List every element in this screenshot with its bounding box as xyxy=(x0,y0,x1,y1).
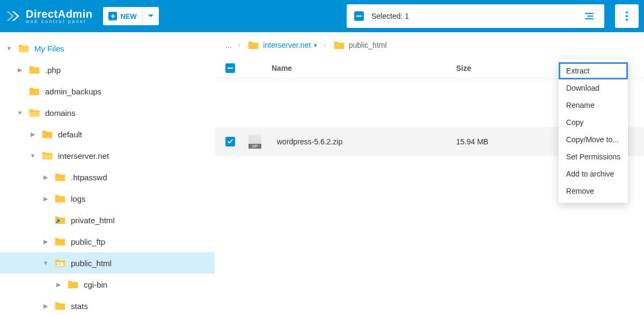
breadcrumb-label: public_html xyxy=(349,41,387,49)
menu-item-download[interactable]: Download xyxy=(559,79,628,97)
menu-item-rename[interactable]: Rename xyxy=(559,97,628,114)
new-button-label: NEW xyxy=(120,12,136,20)
tree-root[interactable]: ▼ My Files xyxy=(0,38,215,59)
folder-icon xyxy=(28,86,41,97)
tree-item-label: .php xyxy=(45,65,61,75)
breadcrumb-label: interserver.net xyxy=(263,41,311,49)
tree-item-label: logs xyxy=(71,194,86,203)
tree-item-label: default xyxy=(58,130,82,139)
tree-item-default[interactable]: ▶default xyxy=(0,123,215,145)
row-checkbox[interactable] xyxy=(225,137,235,146)
folder-icon xyxy=(41,129,54,140)
brand-subtitle: web control panel xyxy=(26,19,92,24)
menu-item-add-to-archive[interactable]: Add to archive xyxy=(559,165,628,182)
tree-item--htpasswd[interactable]: ▶.htpasswd xyxy=(0,166,215,188)
tree-item-label: interserver.net xyxy=(58,151,109,160)
column-header-size[interactable]: Size xyxy=(456,64,564,72)
folder-icon xyxy=(54,172,67,182)
tree-item-admin-backups[interactable]: admin_backups xyxy=(0,80,215,102)
tree-item-public-ftp[interactable]: ▶public_ftp xyxy=(0,231,215,252)
tree-item-label: admin_backups xyxy=(45,87,101,96)
tree-item-label: public_html xyxy=(71,259,112,268)
column-header-name[interactable]: Name xyxy=(268,64,456,72)
chevron-down-icon[interactable]: ▾ xyxy=(314,42,317,49)
folder-icon xyxy=(54,215,67,225)
tree-caret-icon[interactable]: ▼ xyxy=(16,109,24,116)
file-name: wordpress-5.6.2.zip xyxy=(268,137,456,146)
tree-item-label: private_html xyxy=(71,216,115,225)
menu-item-remove[interactable]: Remove xyxy=(559,182,628,200)
tree-caret-icon[interactable]: ▶ xyxy=(29,131,36,138)
tree-caret-icon[interactable]: ▼ xyxy=(42,260,49,266)
folder-icon xyxy=(28,107,41,118)
chevron-right-icon: › xyxy=(238,41,241,49)
logo-chevrons-icon xyxy=(5,9,21,23)
tree-item-label: stats xyxy=(71,302,88,311)
tree-item-label: public_ftp xyxy=(71,237,105,246)
folder-icon xyxy=(333,40,346,50)
new-button-dropdown[interactable] xyxy=(142,7,159,25)
tree-item-label: cgi-bin xyxy=(84,280,107,289)
more-actions-button[interactable] xyxy=(615,4,639,28)
tree-item-domains[interactable]: ▼domains xyxy=(0,102,215,123)
selection-count: Selected: 1 xyxy=(371,12,409,20)
breadcrumb-ellipsis[interactable]: ... xyxy=(225,41,232,49)
menu-item-set-permissions[interactable]: Set Permissions xyxy=(559,148,628,165)
app-header: DirectAdmin web control panel + NEW Sele… xyxy=(0,0,644,32)
zip-file-icon xyxy=(247,135,263,149)
chevron-down-icon: ▼ xyxy=(5,45,13,52)
tree-caret-icon[interactable]: ▼ xyxy=(29,152,36,159)
tree-item--php[interactable]: ▶.php xyxy=(0,59,215,80)
selection-bar: Selected: 1 xyxy=(347,4,604,28)
plus-icon: + xyxy=(108,12,117,20)
tree-caret-icon[interactable]: ▶ xyxy=(42,195,49,202)
brand-logo[interactable]: DirectAdmin web control panel xyxy=(5,9,92,24)
tree-root-label: My Files xyxy=(34,44,64,53)
tree-item-private-html[interactable]: private_html xyxy=(0,209,215,231)
folder-icon xyxy=(67,279,79,290)
tree-caret-icon[interactable]: ▶ xyxy=(42,238,49,245)
folder-icon xyxy=(247,40,260,50)
menu-item-extract[interactable]: Extract xyxy=(559,62,628,79)
tree-item-label: domains xyxy=(45,108,76,118)
folder-icon xyxy=(54,193,67,204)
breadcrumb-item[interactable]: interserver.net ▾ xyxy=(247,40,317,50)
folder-open-icon xyxy=(17,43,30,54)
file-tree-sidebar: ▼ My Files ▶.phpadmin_backups▼domains▶de… xyxy=(0,32,215,315)
select-all-checkbox[interactable] xyxy=(225,63,235,73)
tree-item-public-html[interactable]: ▼public_html xyxy=(0,252,215,274)
menu-item-copy[interactable]: Copy xyxy=(559,114,628,131)
tree-item-interserver-net[interactable]: ▼interserver.net xyxy=(0,145,215,166)
tree-item-stats[interactable]: ▶stats xyxy=(0,295,215,315)
tree-item-cgi-bin[interactable]: ▶cgi-bin xyxy=(0,274,215,295)
main-panel: ... › interserver.net ▾ › public_html Na… xyxy=(215,32,644,315)
folder-icon xyxy=(54,236,67,247)
folder-icon xyxy=(41,150,54,161)
chevron-right-icon: › xyxy=(324,41,326,49)
filter-lines-icon[interactable] xyxy=(582,10,597,23)
tree-caret-icon[interactable]: ▶ xyxy=(16,67,24,74)
tree-item-label: .htpasswd xyxy=(71,173,107,182)
context-menu: ExtractDownloadRenameCopyCopy/Move to...… xyxy=(559,59,628,203)
new-button[interactable]: + NEW xyxy=(103,7,158,25)
more-vertical-icon xyxy=(626,11,628,21)
tree-item-logs[interactable]: ▶logs xyxy=(0,188,215,209)
tree-caret-icon[interactable]: ▶ xyxy=(42,303,49,310)
brand-title: DirectAdmin xyxy=(26,9,92,19)
folder-icon xyxy=(28,64,41,75)
folder-icon xyxy=(54,301,67,311)
breadcrumb: ... › interserver.net ▾ › public_html xyxy=(215,32,644,58)
svg-rect-0 xyxy=(56,262,63,266)
folder-icon xyxy=(54,258,67,268)
tree-caret-icon[interactable]: ▶ xyxy=(42,174,49,181)
deselect-all-icon[interactable] xyxy=(354,11,364,21)
tree-caret-icon[interactable]: ▶ xyxy=(55,281,62,288)
file-size: 15.94 MB xyxy=(456,137,564,146)
breadcrumb-item-current[interactable]: public_html xyxy=(333,40,387,50)
menu-item-copy-move-to-[interactable]: Copy/Move to... xyxy=(559,131,628,148)
